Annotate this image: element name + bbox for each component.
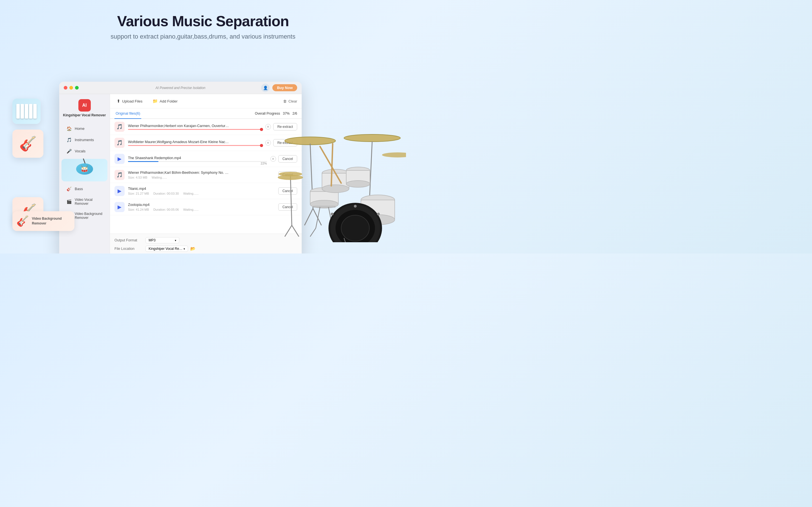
svg-point-34 [331, 213, 334, 216]
minimize-traffic-light[interactable] [69, 86, 73, 90]
file-progress-fill [128, 145, 262, 146]
file-meta: Size: 4.53 MB Waiting...... [128, 176, 275, 179]
video-vocal-icon: 🎬 [66, 199, 72, 204]
trash-icon: 🗑 [283, 99, 287, 103]
re-extract-button[interactable]: Re-extract [273, 123, 297, 130]
cancel-button-6[interactable]: Cancel [278, 203, 297, 211]
main-content: ⬆ Upload Files 📁 Add Folder 🗑 Clear Orig… [110, 94, 302, 253]
close-traffic-light[interactable] [64, 86, 67, 90]
buy-now-button[interactable]: Buy Now [272, 84, 297, 91]
error-dot [260, 128, 263, 131]
piano-key [20, 104, 24, 119]
svg-line-8 [369, 142, 372, 203]
file-progress-wrap: 22% [128, 161, 267, 162]
file-actions: ✕ Cancel [270, 155, 297, 163]
sidebar-item-home[interactable]: 🏠 Home [61, 123, 107, 134]
file-thumb-video: ▶ [114, 154, 124, 164]
window-footer: Output Format MP3 ▾ File Location Kingsh… [110, 233, 302, 253]
maximize-traffic-light[interactable] [75, 86, 79, 90]
chevron-down-icon: ▾ [175, 239, 176, 242]
piano-key [33, 104, 37, 119]
sidebar-item-instruments[interactable]: 🎵 Instruments [61, 135, 107, 145]
re-extract-button-2[interactable]: Re-extract [273, 139, 297, 147]
svg-point-31 [341, 215, 369, 241]
vocals-icon: 🎤 [66, 149, 72, 154]
video-bg-remover-label: Video Background Remover [32, 216, 70, 226]
progress-info: Overall Progress 37% 2/6 [255, 112, 297, 115]
open-folder-button[interactable]: 📂 [190, 246, 196, 251]
clear-button[interactable]: 🗑 Clear [283, 99, 297, 103]
file-actions: ✕ Re-extract [265, 139, 297, 147]
upload-files-label: Upload Files [122, 99, 142, 103]
page-header: Various Music Separation support to extr… [0, 0, 406, 40]
svg-line-27 [333, 228, 338, 237]
clear-label: Clear [289, 99, 297, 103]
sidebar-active-section: 🥁 [61, 159, 107, 181]
cancel-button[interactable]: Cancel [278, 155, 297, 163]
svg-line-7 [313, 209, 321, 225]
file-name: Wolfdieter Maurer,Wolfgang Amadeus Mozar… [128, 140, 262, 144]
file-info: Wiener Philharmoniker,Herbert von Karaja… [128, 124, 262, 130]
file-list: 🎵 Wiener Philharmoniker,Herbert von Kara… [110, 119, 302, 233]
file-location-value: Kingshiper Vocal Re… [149, 247, 183, 251]
svg-point-16 [361, 195, 395, 205]
remove-file-button[interactable]: ✕ [270, 156, 276, 162]
file-location-select[interactable]: Kingshiper Vocal Re… ▾ [146, 245, 188, 252]
progress-count: 2/6 [292, 112, 297, 115]
svg-line-43 [344, 238, 348, 242]
file-percent: 22% [261, 162, 267, 165]
title-bar-actions: 👤 Buy Now [261, 83, 297, 92]
cancel-button-5[interactable]: Cancel [278, 187, 297, 194]
app-brand-name: Kingshiper Vocal Remover [63, 113, 106, 118]
svg-point-19 [310, 187, 338, 195]
main-title: Various Music Separation [0, 13, 406, 30]
add-folder-label: Add Folder [160, 99, 177, 103]
file-name: Zootopia.mp4 [128, 203, 275, 207]
file-progress-bar [128, 145, 262, 146]
cancel-button-4[interactable]: Cancel [278, 171, 297, 179]
file-meta: Size: 21.27 MB Duration: 00:03:30 Waitin… [128, 192, 275, 195]
file-thumb-music: 🎵 [114, 170, 124, 180]
sidebar-item-vocals-label: Vocals [75, 149, 86, 153]
file-actions: Cancel [278, 187, 297, 194]
remove-file-button[interactable]: ✕ [265, 140, 271, 146]
sidebar-item-video-bg-label: Video Background Remover [75, 212, 102, 220]
file-name: Wiener Philharmoniker,Karl Böhm-Beethove… [128, 171, 275, 175]
user-avatar-button[interactable]: 👤 [261, 83, 269, 92]
svg-point-28 [328, 203, 382, 242]
file-actions: Cancel [278, 171, 297, 179]
output-format-value: MP3 [149, 238, 156, 242]
list-item: 🎵 Wiener Philharmoniker,Karl Böhm-Beetho… [110, 167, 302, 183]
svg-line-26 [310, 228, 316, 237]
sidebar-item-bass[interactable]: 🎸 Bass [61, 184, 107, 194]
ai-label: AI [82, 103, 87, 108]
sidebar-item-video-vocal[interactable]: 🎬 Video Vocal Remover [61, 195, 107, 209]
tab-original-files[interactable]: Original files(6) [114, 108, 141, 119]
tab-bar: Original files(6) Overall Progress 37% 2… [110, 108, 302, 119]
piano-keys-icon [16, 104, 37, 119]
add-folder-button[interactable]: 📁 Add Folder [150, 98, 180, 105]
sidebar-item-vocals[interactable]: 🎤 Vocals [61, 146, 107, 157]
instruments-icon: 🎵 [66, 137, 72, 143]
file-thumb-music: 🎵 [114, 122, 124, 132]
file-name: Titanic.mp4 [128, 187, 275, 191]
file-name: Wiener Philharmoniker,Herbert von Karaja… [128, 124, 262, 128]
svg-line-25 [328, 207, 333, 228]
svg-point-41 [346, 180, 370, 187]
svg-point-21 [310, 200, 338, 208]
svg-rect-40 [346, 170, 370, 184]
remove-file-button[interactable]: ✕ [265, 124, 271, 129]
video-bg-remover-card: 🎸 Video Background Remover [12, 211, 74, 231]
sidebar-item-bass-label: Bass [75, 187, 83, 191]
upload-files-button[interactable]: ⬆ Upload Files [114, 98, 145, 105]
file-meta: Size: 41.24 MB Duration: 00:05:06 Waitin… [128, 208, 275, 211]
home-icon: 🏠 [66, 126, 72, 131]
list-item: 🎵 Wolfdieter Maurer,Wolfgang Amadeus Moz… [110, 135, 302, 151]
output-format-select[interactable]: MP3 ▾ [146, 237, 179, 243]
app-window: AI Powered and Precise Isolation 👤 Buy N… [59, 82, 302, 253]
progress-percent: 37% [283, 112, 290, 115]
video-bg-icon-large: 🎸 [16, 215, 29, 227]
piano-key [25, 104, 28, 119]
file-actions: ✕ Re-extract [265, 123, 297, 130]
svg-point-18 [361, 215, 395, 225]
